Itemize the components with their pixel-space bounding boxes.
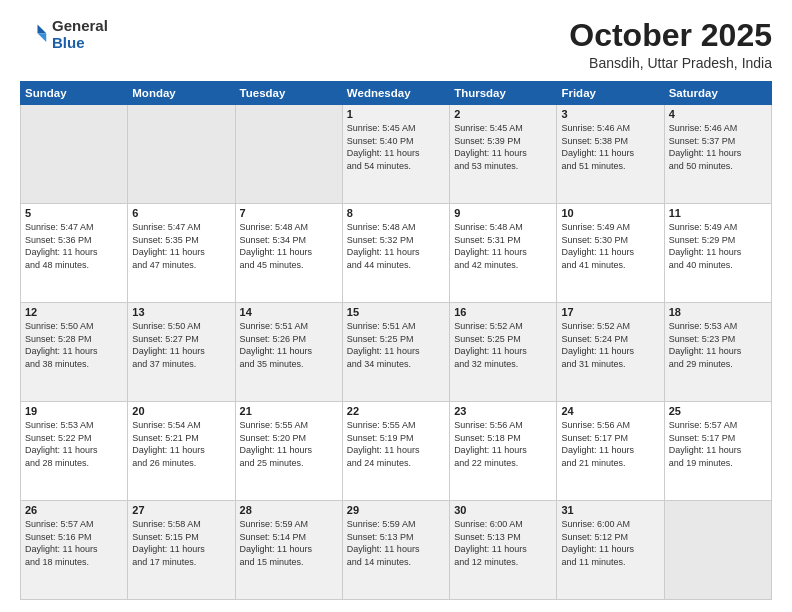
cell-info: Sunrise: 5:55 AM Sunset: 5:19 PM Dayligh…: [347, 419, 445, 469]
day-number: 20: [132, 405, 230, 417]
day-number: 21: [240, 405, 338, 417]
day-number: 17: [561, 306, 659, 318]
calendar-cell: 31Sunrise: 6:00 AM Sunset: 5:12 PM Dayli…: [557, 501, 664, 600]
calendar-cell: 19Sunrise: 5:53 AM Sunset: 5:22 PM Dayli…: [21, 402, 128, 501]
day-number: 9: [454, 207, 552, 219]
day-number: 4: [669, 108, 767, 120]
calendar-table: SundayMondayTuesdayWednesdayThursdayFrid…: [20, 81, 772, 600]
day-number: 25: [669, 405, 767, 417]
calendar-cell: 12Sunrise: 5:50 AM Sunset: 5:28 PM Dayli…: [21, 303, 128, 402]
day-number: 15: [347, 306, 445, 318]
location: Bansdih, Uttar Pradesh, India: [569, 55, 772, 71]
calendar-cell: 4Sunrise: 5:46 AM Sunset: 5:37 PM Daylig…: [664, 105, 771, 204]
day-number: 19: [25, 405, 123, 417]
cell-info: Sunrise: 5:57 AM Sunset: 5:17 PM Dayligh…: [669, 419, 767, 469]
calendar-cell: 30Sunrise: 6:00 AM Sunset: 5:13 PM Dayli…: [450, 501, 557, 600]
day-number: 3: [561, 108, 659, 120]
logo-general: General: [52, 18, 108, 35]
day-number: 11: [669, 207, 767, 219]
calendar-week-row: 26Sunrise: 5:57 AM Sunset: 5:16 PM Dayli…: [21, 501, 772, 600]
title-block: October 2025 Bansdih, Uttar Pradesh, Ind…: [569, 18, 772, 71]
svg-marker-0: [38, 24, 47, 33]
cell-info: Sunrise: 5:49 AM Sunset: 5:30 PM Dayligh…: [561, 221, 659, 271]
calendar-cell: 23Sunrise: 5:56 AM Sunset: 5:18 PM Dayli…: [450, 402, 557, 501]
weekday-header-cell: Sunday: [21, 82, 128, 105]
cell-info: Sunrise: 5:47 AM Sunset: 5:36 PM Dayligh…: [25, 221, 123, 271]
calendar-cell: 7Sunrise: 5:48 AM Sunset: 5:34 PM Daylig…: [235, 204, 342, 303]
calendar-cell: 28Sunrise: 5:59 AM Sunset: 5:14 PM Dayli…: [235, 501, 342, 600]
cell-info: Sunrise: 5:58 AM Sunset: 5:15 PM Dayligh…: [132, 518, 230, 568]
logo-icon: [20, 21, 48, 49]
cell-info: Sunrise: 5:59 AM Sunset: 5:14 PM Dayligh…: [240, 518, 338, 568]
day-number: 31: [561, 504, 659, 516]
cell-info: Sunrise: 5:47 AM Sunset: 5:35 PM Dayligh…: [132, 221, 230, 271]
cell-info: Sunrise: 5:45 AM Sunset: 5:39 PM Dayligh…: [454, 122, 552, 172]
cell-info: Sunrise: 5:46 AM Sunset: 5:38 PM Dayligh…: [561, 122, 659, 172]
calendar-cell: 14Sunrise: 5:51 AM Sunset: 5:26 PM Dayli…: [235, 303, 342, 402]
calendar-cell: 5Sunrise: 5:47 AM Sunset: 5:36 PM Daylig…: [21, 204, 128, 303]
calendar-cell: 16Sunrise: 5:52 AM Sunset: 5:25 PM Dayli…: [450, 303, 557, 402]
calendar-cell: [235, 105, 342, 204]
cell-info: Sunrise: 5:46 AM Sunset: 5:37 PM Dayligh…: [669, 122, 767, 172]
day-number: 8: [347, 207, 445, 219]
day-number: 12: [25, 306, 123, 318]
day-number: 26: [25, 504, 123, 516]
calendar-cell: 20Sunrise: 5:54 AM Sunset: 5:21 PM Dayli…: [128, 402, 235, 501]
day-number: 1: [347, 108, 445, 120]
cell-info: Sunrise: 5:51 AM Sunset: 5:26 PM Dayligh…: [240, 320, 338, 370]
day-number: 16: [454, 306, 552, 318]
cell-info: Sunrise: 5:52 AM Sunset: 5:24 PM Dayligh…: [561, 320, 659, 370]
calendar-cell: [664, 501, 771, 600]
weekday-header-cell: Wednesday: [342, 82, 449, 105]
cell-info: Sunrise: 5:49 AM Sunset: 5:29 PM Dayligh…: [669, 221, 767, 271]
cell-info: Sunrise: 5:55 AM Sunset: 5:20 PM Dayligh…: [240, 419, 338, 469]
cell-info: Sunrise: 5:48 AM Sunset: 5:34 PM Dayligh…: [240, 221, 338, 271]
day-number: 10: [561, 207, 659, 219]
cell-info: Sunrise: 5:56 AM Sunset: 5:18 PM Dayligh…: [454, 419, 552, 469]
month-title: October 2025: [569, 18, 772, 53]
weekday-header-cell: Monday: [128, 82, 235, 105]
cell-info: Sunrise: 5:53 AM Sunset: 5:23 PM Dayligh…: [669, 320, 767, 370]
day-number: 14: [240, 306, 338, 318]
day-number: 6: [132, 207, 230, 219]
day-number: 22: [347, 405, 445, 417]
calendar-cell: 24Sunrise: 5:56 AM Sunset: 5:17 PM Dayli…: [557, 402, 664, 501]
calendar-cell: 6Sunrise: 5:47 AM Sunset: 5:35 PM Daylig…: [128, 204, 235, 303]
cell-info: Sunrise: 5:59 AM Sunset: 5:13 PM Dayligh…: [347, 518, 445, 568]
svg-marker-1: [38, 33, 47, 42]
day-number: 27: [132, 504, 230, 516]
weekday-header-cell: Tuesday: [235, 82, 342, 105]
calendar-cell: 13Sunrise: 5:50 AM Sunset: 5:27 PM Dayli…: [128, 303, 235, 402]
calendar-cell: 8Sunrise: 5:48 AM Sunset: 5:32 PM Daylig…: [342, 204, 449, 303]
weekday-header-row: SundayMondayTuesdayWednesdayThursdayFrid…: [21, 82, 772, 105]
calendar-cell: 21Sunrise: 5:55 AM Sunset: 5:20 PM Dayli…: [235, 402, 342, 501]
calendar-cell: 15Sunrise: 5:51 AM Sunset: 5:25 PM Dayli…: [342, 303, 449, 402]
cell-info: Sunrise: 6:00 AM Sunset: 5:12 PM Dayligh…: [561, 518, 659, 568]
cell-info: Sunrise: 6:00 AM Sunset: 5:13 PM Dayligh…: [454, 518, 552, 568]
calendar-week-row: 19Sunrise: 5:53 AM Sunset: 5:22 PM Dayli…: [21, 402, 772, 501]
day-number: 2: [454, 108, 552, 120]
weekday-header-cell: Saturday: [664, 82, 771, 105]
calendar-cell: 27Sunrise: 5:58 AM Sunset: 5:15 PM Dayli…: [128, 501, 235, 600]
cell-info: Sunrise: 5:48 AM Sunset: 5:31 PM Dayligh…: [454, 221, 552, 271]
cell-info: Sunrise: 5:57 AM Sunset: 5:16 PM Dayligh…: [25, 518, 123, 568]
cell-info: Sunrise: 5:50 AM Sunset: 5:27 PM Dayligh…: [132, 320, 230, 370]
calendar-week-row: 1Sunrise: 5:45 AM Sunset: 5:40 PM Daylig…: [21, 105, 772, 204]
weekday-header-cell: Thursday: [450, 82, 557, 105]
calendar-cell: 11Sunrise: 5:49 AM Sunset: 5:29 PM Dayli…: [664, 204, 771, 303]
calendar-cell: 22Sunrise: 5:55 AM Sunset: 5:19 PM Dayli…: [342, 402, 449, 501]
day-number: 29: [347, 504, 445, 516]
day-number: 7: [240, 207, 338, 219]
page: General Blue October 2025 Bansdih, Uttar…: [0, 0, 792, 612]
cell-info: Sunrise: 5:53 AM Sunset: 5:22 PM Dayligh…: [25, 419, 123, 469]
logo-blue: Blue: [52, 35, 108, 52]
calendar-cell: 29Sunrise: 5:59 AM Sunset: 5:13 PM Dayli…: [342, 501, 449, 600]
calendar-cell: 25Sunrise: 5:57 AM Sunset: 5:17 PM Dayli…: [664, 402, 771, 501]
day-number: 23: [454, 405, 552, 417]
cell-info: Sunrise: 5:50 AM Sunset: 5:28 PM Dayligh…: [25, 320, 123, 370]
day-number: 18: [669, 306, 767, 318]
calendar-cell: 26Sunrise: 5:57 AM Sunset: 5:16 PM Dayli…: [21, 501, 128, 600]
cell-info: Sunrise: 5:48 AM Sunset: 5:32 PM Dayligh…: [347, 221, 445, 271]
calendar-cell: 10Sunrise: 5:49 AM Sunset: 5:30 PM Dayli…: [557, 204, 664, 303]
header: General Blue October 2025 Bansdih, Uttar…: [20, 18, 772, 71]
